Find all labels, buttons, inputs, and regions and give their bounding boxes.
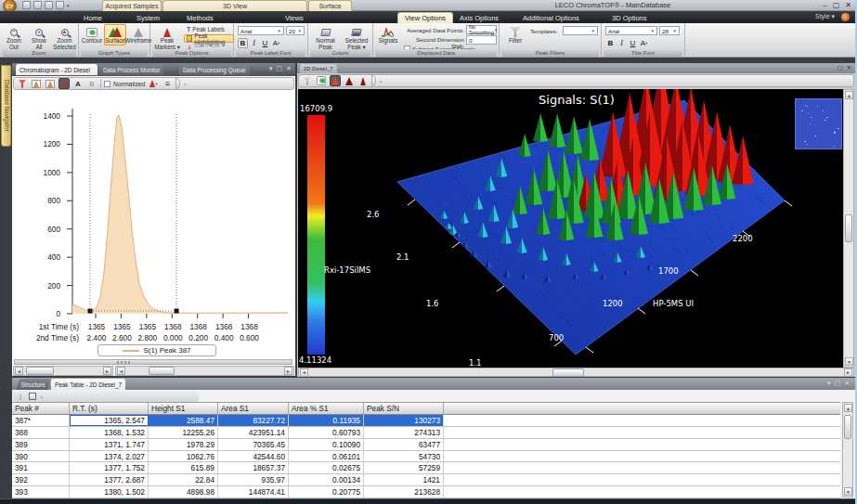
panel-maximize-icon[interactable]: ▢ [277, 65, 283, 72]
title-italic-button[interactable]: I [617, 38, 627, 48]
column-header-peak[interactable]: Peak # [12, 403, 70, 414]
table-cell[interactable]: 2588.47 [149, 415, 218, 426]
templates-select[interactable]: ▼ [563, 26, 598, 35]
tab-2d-diesel-7-3d[interactable]: 2D Diesel_7 [300, 64, 337, 73]
chrom-chart2-icon[interactable] [45, 78, 56, 89]
table-row[interactable]: 3901374, 2.0271062.7642544.600.061015473… [12, 451, 840, 463]
table-cell[interactable]: 18657.37 [218, 462, 289, 473]
scroll-left-icon[interactable]: ◄ [300, 368, 308, 377]
panel-close-icon[interactable]: ✕ [844, 380, 850, 387]
peak-underline-button[interactable]: U [260, 38, 270, 48]
table-cell[interactable]: 423951.14 [218, 427, 289, 438]
table-row[interactable]: 387*1365, 2.5472588.4783227.720.11935130… [12, 415, 840, 427]
surface-3d-chart[interactable] [298, 89, 843, 368]
column-header-area-pct[interactable]: Area % S1 [289, 403, 364, 414]
toolbar-overflow-icon[interactable]: ∘ [40, 394, 44, 400]
surface-plot-area[interactable]: Signals: S(1) 16709.9 4.11324 [298, 89, 843, 368]
title-bold-button[interactable]: B [605, 38, 616, 48]
peak-markers-button[interactable]: Peak Markers ▾ [153, 24, 181, 51]
tab-additional-options[interactable]: Additional Options [516, 12, 586, 23]
tab-data-process-monitor[interactable]: Data Process Monitor [99, 64, 163, 75]
column-header-area[interactable]: Area S1 [218, 403, 289, 414]
table-vscrollbar[interactable]: ▲ ▼ [842, 402, 853, 498]
scroll-right-icon[interactable]: ► [844, 368, 852, 377]
chrom-peak-view-icon[interactable] [58, 78, 70, 89]
filter-button[interactable]: Filter [503, 24, 527, 45]
table-row[interactable]: 3881368, 1.53212255.26423951.140.6079327… [12, 427, 840, 439]
table-filter-icon[interactable] [16, 392, 25, 401]
3d-surface-icon[interactable] [330, 75, 341, 86]
tab-view-options[interactable]: View Options [397, 12, 453, 23]
database-navigator-tab[interactable]: Database Navigator [1, 65, 11, 147]
table-cell[interactable]: 1978.29 [149, 439, 218, 450]
table-cell[interactable]: 1377, 1.752 [70, 462, 149, 473]
table-cell[interactable]: 935.97 [218, 474, 289, 485]
tab-home[interactable]: Home [77, 12, 109, 23]
column-header-sn[interactable]: Peak S/N [364, 403, 444, 414]
selected-peak-color-button[interactable]: Selected Peak ▾ [343, 24, 370, 51]
save-icon[interactable] [22, 1, 31, 9]
table-cell[interactable]: 1380, 1.502 [70, 486, 149, 498]
peak-font-size-select[interactable]: 20▼ [286, 26, 305, 35]
table-cell[interactable]: 389 [12, 439, 70, 450]
close-icon[interactable]: ✕ [845, 1, 851, 10]
table-cell[interactable]: 392 [12, 474, 70, 485]
3d-wireframe-icon[interactable] [344, 75, 355, 86]
scroll-down-icon[interactable]: ▼ [844, 487, 852, 496]
chrom-a-button[interactable]: A [72, 78, 84, 89]
chrom-splitter[interactable] [14, 359, 292, 365]
table-cell[interactable]: 130273 [364, 415, 444, 426]
table-cell[interactable]: 4898.98 [149, 486, 218, 498]
peak-bold-button[interactable]: B [238, 38, 248, 48]
tab-views[interactable]: Views [279, 12, 310, 23]
panel-maximize-icon[interactable]: ▢ [837, 64, 842, 71]
chrom-menu-icon[interactable]: ≡ [162, 78, 173, 89]
3d-contour-icon[interactable] [316, 75, 327, 86]
title-underline-button[interactable]: U [628, 38, 638, 48]
table-cell[interactable]: 70365.45 [218, 439, 289, 450]
surface-button[interactable]: Surface [104, 24, 126, 45]
panel-close-icon[interactable]: ✕ [847, 64, 851, 71]
tab-methods[interactable]: Methods [180, 12, 220, 23]
tab-system[interactable]: System [130, 12, 166, 23]
tab-data-processing-queue[interactable]: Data Processing Queue [179, 64, 250, 75]
scroll-down-icon[interactable]: ▼ [845, 357, 853, 366]
column-header-rt[interactable]: R.T. (s) [70, 403, 149, 414]
toolbar-overflow-icon[interactable]: ∘ [379, 78, 383, 84]
table-cell[interactable]: 12255.26 [149, 427, 218, 438]
table-cell[interactable]: 0.02675 [289, 462, 364, 473]
table-cell[interactable]: 42544.60 [218, 451, 289, 462]
chrom-filter-icon[interactable] [17, 78, 28, 89]
table-cell[interactable]: 0.60793 [289, 427, 364, 438]
averaged-data-points-select[interactable]: No Smoothing▼ [466, 25, 497, 34]
contextual-tab-3d-view[interactable]: 3D View [162, 0, 307, 11]
print-icon[interactable] [45, 1, 53, 9]
scroll-right-icon[interactable]: ► [103, 367, 111, 375]
minimize-icon[interactable]: – [823, 1, 826, 10]
table-cell[interactable]: 1421 [364, 474, 444, 485]
peak-font-color-button[interactable]: A▾ [271, 38, 281, 48]
title-font-select[interactable]: Arial▼ [605, 26, 657, 35]
table-cell[interactable]: 387* [12, 415, 70, 426]
print-preview-icon[interactable] [56, 1, 64, 9]
table-grid-icon[interactable] [28, 392, 37, 401]
panel-dropdown-icon[interactable]: ▾ [827, 380, 831, 387]
second-dimension-shift-input[interactable]: 0 [466, 35, 497, 45]
contextual-tab-acquired-samples[interactable]: Acquired Samples [102, 0, 162, 11]
peak-italic-button[interactable]: I [249, 38, 259, 48]
table-row[interactable]: 3931380, 1.5024898.98144874.410.20775213… [12, 486, 840, 498]
chrom-scrollbar-right[interactable]: ◄ ► [115, 366, 294, 376]
table-cell[interactable]: 144874.41 [218, 486, 289, 498]
chrom-peak-color-icon[interactable]: ▾ [148, 78, 159, 89]
table-row[interactable]: 3921377, 2.68722.84935.970.001341421 [12, 474, 840, 486]
style-menu[interactable]: Style ▾ [815, 13, 835, 20]
view3d-hscrollbar[interactable]: ◄ ► [298, 368, 854, 377]
tab-peak-table-2d-diesel-7[interactable]: Peak Table - 2D Diesel_7 [51, 379, 125, 390]
view3d-vscrollbar[interactable]: ▲ ▼ [843, 89, 854, 368]
table-cell[interactable]: 0.00134 [289, 474, 364, 485]
toolbar-overflow-icon[interactable]: ∘ [183, 81, 187, 87]
scroll-left-icon[interactable]: ◄ [15, 367, 23, 375]
table-cell[interactable]: 1371, 1.747 [70, 439, 149, 450]
table-cell[interactable]: 213628 [364, 486, 444, 498]
chrom-scrollbar-left[interactable]: ◄ ► [13, 366, 113, 376]
